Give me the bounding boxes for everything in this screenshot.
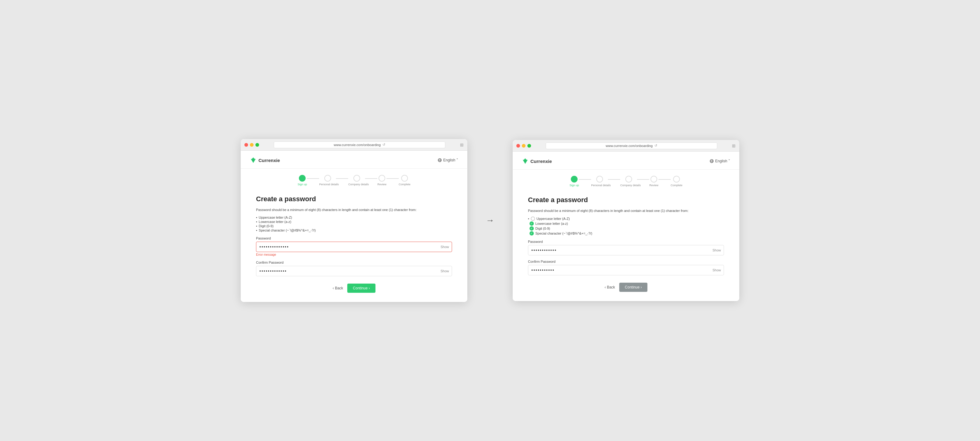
req-special-1: Special character (~`!@#$%^&+=_-?/): [256, 228, 452, 232]
password-show-btn-2[interactable]: Show: [712, 248, 721, 252]
password-input-wrap-1: Show: [256, 242, 452, 252]
refresh-icon-1: ↺: [382, 143, 385, 147]
confirm-label-2: Confirm Password: [528, 260, 724, 263]
step-company-2: Company details: [620, 176, 637, 187]
confirm-input-wrap-2: Show: [528, 265, 724, 275]
req-digit-2: ✓ Digit (0-9): [528, 226, 724, 231]
url-bar-2[interactable]: www.currenxie.com/onboarding ↺: [546, 142, 717, 149]
password-show-btn-1[interactable]: Show: [441, 245, 449, 249]
req-list-1: Uppercase letter (A-Z) Lowercase letter …: [256, 216, 452, 232]
back-button-2[interactable]: ‹ Back: [605, 285, 615, 290]
connector-2-1: [336, 178, 348, 179]
step-review-2: Review: [649, 176, 659, 187]
browser-toolbar-2: www.currenxie.com/onboarding ↺ ⊞: [513, 140, 739, 151]
check-icon-lowercase-2: ✓: [530, 221, 534, 226]
step-label-company-2: Company details: [620, 184, 637, 187]
step-label-complete-2: Complete: [671, 184, 682, 187]
confirm-field-group-2: Confirm Password Show: [528, 260, 724, 275]
step-circle-company-1: [353, 175, 360, 181]
logo-icon-2: [522, 158, 528, 164]
req-digit-text-2: Digit (0-9): [535, 227, 550, 230]
lang-text-2: English ˅: [715, 159, 730, 163]
dot-red-1[interactable]: [244, 143, 248, 147]
browser-menu-1[interactable]: ⊞: [460, 142, 464, 147]
confirm-input-1[interactable]: [256, 266, 452, 276]
req-uppercase-text-1: Uppercase letter (A-Z): [259, 216, 292, 219]
scene: www.currenxie.com/onboarding ↺ ⊞ Currenx…: [241, 139, 739, 302]
dot-green-1[interactable]: [255, 143, 259, 147]
browser-toolbar-1: www.currenxie.com/onboarding ↺ ⊞: [241, 139, 467, 151]
browser-menu-2[interactable]: ⊞: [732, 143, 736, 148]
lang-selector-1[interactable]: English ˅: [438, 158, 458, 162]
stepper-2: Sign up Personal details Company details…: [513, 170, 739, 190]
url-text-2: www.currenxie.com/onboarding: [606, 144, 652, 148]
connector-3-1: [365, 178, 377, 179]
req-lowercase-1: Lowercase letter (a-z): [256, 220, 452, 224]
url-text-1: www.currenxie.com/onboarding: [334, 143, 381, 147]
step-complete-1: Complete: [399, 175, 411, 186]
step-signup-1: Sign up: [298, 175, 307, 186]
password-input-1[interactable]: [256, 242, 452, 252]
lang-selector-2[interactable]: English ˅: [710, 159, 730, 163]
continue-button-1[interactable]: Continue ›: [347, 283, 375, 293]
svg-point-7: [573, 178, 576, 181]
form-actions-1: ‹ Back Continue ›: [256, 283, 452, 293]
step-complete-2: Complete: [671, 176, 682, 187]
req-special-text-1: Special character (~`!@#$%^&+=_-?/): [259, 228, 316, 232]
password-description-1: Password should be a minimum of eight (8…: [256, 207, 452, 213]
browser-window-1: www.currenxie.com/onboarding ↺ ⊞ Currenx…: [241, 139, 467, 302]
dot-red-2[interactable]: [516, 144, 520, 148]
step-circle-complete-2: [673, 176, 680, 183]
step-personal-2: Personal details: [591, 176, 608, 187]
req-uppercase-text-2: Uppercase letter (A-Z): [536, 217, 570, 221]
lang-text-1: English ˅: [443, 158, 458, 162]
password-input-2[interactable]: [528, 245, 724, 255]
req-list-2: Uppercase letter (A-Z) ✓ Lowercase lette…: [528, 217, 724, 236]
step-personal-1: Personal details: [319, 175, 336, 186]
app-header-2: Currenxie English ˅: [513, 158, 739, 170]
logo-2: Currenxie: [522, 158, 552, 164]
form-area-2: Create a password Password should be a m…: [513, 190, 739, 292]
continue-button-2[interactable]: Continue ›: [619, 283, 647, 292]
confirm-input-2[interactable]: [528, 265, 724, 275]
connector-1-2: [579, 179, 591, 180]
connector-3-2: [637, 179, 649, 180]
check-icon-special-2: ✓: [530, 231, 534, 236]
req-uppercase-2: Uppercase letter (A-Z): [528, 217, 724, 221]
logo-icon-1: [250, 157, 257, 164]
step-label-signup-1: Sign up: [298, 183, 307, 186]
svg-point-3: [301, 177, 304, 180]
step-circle-company-2: [625, 176, 632, 183]
continue-label-2: Continue ›: [625, 285, 641, 290]
confirm-show-btn-2[interactable]: Show: [712, 268, 721, 272]
dot-yellow-1[interactable]: [250, 143, 254, 147]
req-special-text-2: Special character (~`!@#$%^&+=_-?/): [535, 231, 592, 235]
step-signup-2: Sign up: [570, 176, 579, 187]
step-label-complete-1: Complete: [399, 183, 411, 186]
app-content-1: Currenxie English ˅ Sign u: [241, 151, 467, 302]
req-lowercase-2: ✓ Lowercase letter (a-z): [528, 221, 724, 226]
req-lowercase-text-1: Lowercase letter (a-z): [259, 220, 291, 224]
step-label-review-1: Review: [377, 183, 387, 186]
req-lowercase-text-2: Lowercase letter (a-z): [535, 222, 568, 225]
confirm-show-btn-1[interactable]: Show: [441, 269, 449, 273]
arrow-container: →: [486, 216, 494, 225]
password-description-2: Password should be a minimum of eight (8…: [528, 208, 724, 213]
password-input-wrap-2: Show: [528, 245, 724, 255]
step-circle-review-1: [379, 175, 385, 181]
dot-yellow-2[interactable]: [522, 144, 525, 148]
req-uppercase-1: Uppercase letter (A-Z): [256, 216, 452, 219]
globe-icon-1: [438, 158, 442, 162]
step-label-review-2: Review: [649, 184, 659, 187]
arrow-icon: →: [486, 216, 494, 225]
connector-4-1: [387, 178, 399, 179]
back-button-1[interactable]: ‹ Back: [332, 286, 343, 290]
logo-1: Currenxie: [250, 157, 280, 164]
step-label-personal-2: Personal details: [591, 184, 608, 187]
req-special-2: ✓ Special character (~`!@#$%^&+=_-?/): [528, 231, 724, 236]
step-circle-signup-2: [571, 176, 578, 183]
dot-green-2[interactable]: [527, 144, 531, 148]
confirm-input-wrap-1: Show: [256, 266, 452, 276]
url-bar-1[interactable]: www.currenxie.com/onboarding ↺: [274, 142, 445, 148]
form-actions-2: ‹ Back Continue ›: [528, 283, 724, 292]
